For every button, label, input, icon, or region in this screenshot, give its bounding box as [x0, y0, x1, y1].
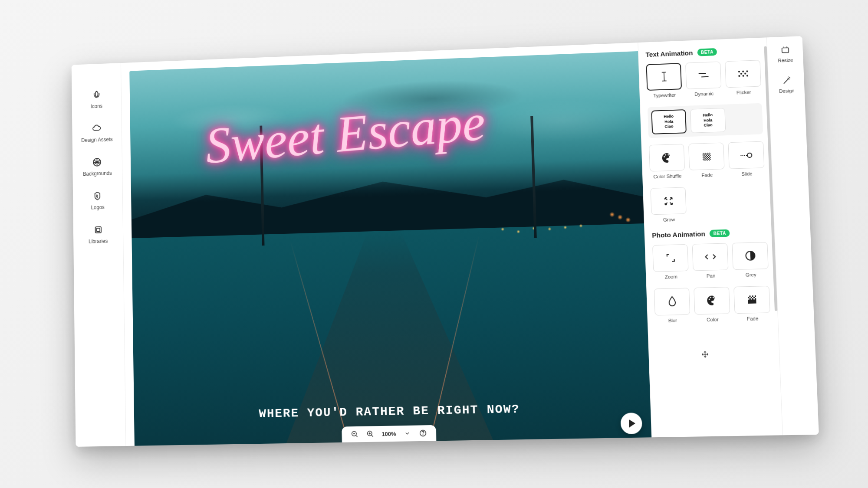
svg-point-11: [423, 435, 424, 435]
anim-label: Slide: [741, 171, 753, 177]
svg-line-16: [701, 77, 708, 77]
anim-typewriter[interactable]: Typewriter: [646, 63, 682, 98]
svg-point-34: [747, 153, 752, 157]
sidebar-label: Libraries: [89, 238, 108, 244]
photo-animation-title: Photo Animation: [652, 230, 705, 239]
svg-line-4: [356, 435, 358, 437]
logo-icon: [92, 190, 103, 202]
svg-line-7: [372, 435, 373, 436]
svg-rect-2: [96, 228, 100, 231]
svg-rect-30: [702, 152, 710, 160]
wand-icon: [781, 75, 792, 85]
sidebar-label: Backgrounds: [83, 170, 112, 177]
fade-icon: [688, 142, 724, 170]
palette-icon: [649, 144, 685, 172]
flicker-icon: [725, 60, 761, 88]
anim-fade-photo[interactable]: Fade: [733, 285, 770, 321]
grey-icon: [732, 242, 768, 269]
svg-line-15: [698, 73, 705, 74]
sidebar-label: Design Assets: [81, 136, 113, 143]
anim-grey[interactable]: Grey: [732, 242, 769, 277]
anim-label: Fade: [701, 172, 713, 178]
cloud-icon: [91, 122, 103, 134]
library-icon: [92, 223, 104, 236]
anim-language-2[interactable]: Hello Hola Ciao: [690, 108, 726, 133]
anim-label: Color Shuffle: [653, 173, 681, 179]
anim-label: Grey: [746, 272, 756, 277]
svg-point-23: [740, 73, 742, 75]
resize-icon: [780, 45, 790, 55]
design-tool[interactable]: Design: [779, 75, 795, 94]
anim-label: Zoom: [665, 274, 677, 279]
text-animation-header: Text Animation BETA: [645, 46, 760, 58]
far-label: Resize: [778, 57, 793, 63]
chevron-down-icon[interactable]: [403, 429, 412, 438]
sidebar-label: Icons: [91, 103, 103, 109]
anim-label: Dynamic: [694, 91, 713, 97]
anim-pan[interactable]: Pan: [692, 243, 729, 278]
zoom-icon: [652, 244, 688, 272]
zoom-level[interactable]: 100%: [381, 430, 396, 437]
svg-point-18: [742, 71, 744, 72]
anim-grow[interactable]: Grow: [651, 187, 687, 223]
anim-zoom[interactable]: Zoom: [652, 244, 689, 279]
svg-point-19: [746, 70, 748, 72]
zoom-toolbar: 100%: [342, 425, 436, 442]
app-window: Icons Design Assets Backgrounds Logos Li…: [72, 36, 819, 447]
anim-label: Blur: [668, 317, 677, 323]
sidebar-item-icons[interactable]: Icons: [90, 88, 102, 109]
canvas-area[interactable]: Sweet Escape WHERE YOU'D RATHER BE RIGHT…: [121, 43, 651, 446]
anim-label: Flicker: [736, 89, 751, 95]
svg-point-22: [746, 75, 748, 76]
palette-icon: [694, 286, 730, 314]
anim-flicker[interactable]: Flicker: [725, 60, 761, 95]
sidebar-label: Logos: [91, 204, 105, 210]
anim-color-photo[interactable]: Color: [694, 286, 730, 322]
anim-label: Color: [707, 316, 719, 322]
resize-tool[interactable]: Resize: [777, 45, 793, 63]
photo-animation-header: Photo Animation BETA: [652, 228, 767, 239]
canvas-image: Sweet Escape WHERE YOU'D RATHER BE RIGHT…: [129, 51, 651, 445]
sidebar-item-design-assets[interactable]: Design Assets: [81, 122, 113, 143]
pan-icon: [692, 243, 729, 271]
svg-point-24: [744, 72, 746, 74]
zoom-out-icon[interactable]: [350, 429, 359, 439]
grow-icon: [651, 187, 687, 215]
beta-badge: BETA: [697, 48, 717, 56]
svg-point-21: [742, 75, 744, 77]
anim-blur[interactable]: Blur: [654, 288, 690, 323]
anim-label: Grow: [663, 216, 675, 222]
svg-rect-41: [748, 295, 749, 297]
typewriter-icon: [646, 63, 682, 91]
help-icon[interactable]: [419, 429, 428, 438]
anim-dynamic[interactable]: Dynamic: [685, 61, 722, 97]
laurel-icon: [91, 88, 102, 101]
far-label: Design: [779, 88, 795, 93]
anim-fade-text[interactable]: Fade: [688, 142, 725, 178]
fade-icon: [733, 285, 770, 313]
sidebar-item-logos[interactable]: Logos: [91, 190, 105, 210]
animation-panel: Text Animation BETA Typewriter Dynamic: [638, 37, 783, 437]
zoom-in-icon[interactable]: [366, 429, 375, 439]
anim-color-shuffle[interactable]: Color Shuffle: [649, 144, 685, 180]
svg-rect-43: [753, 295, 754, 297]
sidebar-item-backgrounds[interactable]: Backgrounds: [82, 156, 112, 177]
beta-badge: BETA: [710, 229, 730, 237]
anim-slide[interactable]: Slide: [728, 141, 765, 177]
dynamic-icon: [685, 61, 721, 89]
slide-icon: [728, 141, 764, 169]
svg-rect-42: [750, 295, 752, 297]
anim-language-1[interactable]: Hello Hola Ciao: [651, 109, 687, 134]
anim-label: Typewriter: [653, 92, 676, 98]
text-animation-title: Text Animation: [645, 49, 693, 58]
svg-line-12: [664, 72, 664, 81]
anim-label: Fade: [747, 315, 759, 321]
left-sidebar: Icons Design Assets Backgrounds Logos Li…: [72, 63, 126, 447]
svg-point-17: [738, 71, 740, 72]
svg-rect-50: [782, 48, 789, 53]
anim-label: Pan: [707, 273, 716, 278]
pattern-icon: [91, 156, 103, 168]
svg-point-20: [738, 75, 740, 77]
blur-icon: [654, 288, 690, 315]
sidebar-item-libraries[interactable]: Libraries: [89, 223, 108, 244]
